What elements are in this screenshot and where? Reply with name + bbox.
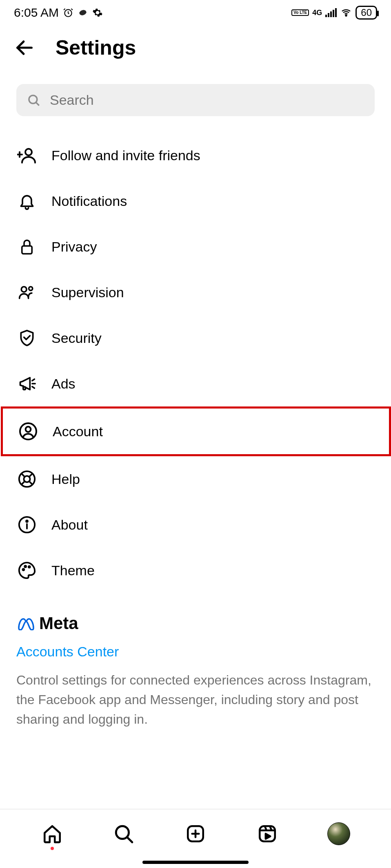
page-title: Settings [56, 36, 136, 60]
lifebuoy-icon [16, 468, 38, 490]
meta-brand: Meta [16, 614, 375, 633]
accounts-center-link[interactable]: Accounts Center [16, 644, 375, 660]
svg-point-30 [22, 569, 24, 570]
svg-point-6 [346, 15, 347, 16]
svg-rect-13 [22, 246, 32, 254]
svg-point-10 [25, 149, 32, 155]
meta-brand-text: Meta [39, 614, 78, 633]
svg-line-34 [127, 837, 132, 842]
menu-item-security[interactable]: Security [0, 315, 391, 361]
svg-point-20 [26, 427, 31, 432]
menu-item-theme[interactable]: Theme [0, 548, 391, 593]
people-icon [16, 282, 38, 303]
menu-item-label: Follow and invite friends [51, 148, 200, 163]
svg-marker-42 [265, 834, 270, 839]
meta-section: Meta Accounts Center Control settings fo… [0, 597, 391, 753]
menu-item-notifications[interactable]: Notifications [0, 178, 391, 224]
menu-item-label: Privacy [51, 239, 97, 255]
menu-item-privacy[interactable]: Privacy [0, 224, 391, 269]
svg-point-29 [26, 520, 28, 522]
svg-line-9 [36, 102, 39, 105]
menu-item-follow-invite[interactable]: Follow and invite friends [0, 133, 391, 178]
search-field[interactable] [16, 84, 375, 116]
lock-icon [16, 236, 38, 257]
person-add-icon [16, 145, 38, 166]
search-input[interactable] [50, 92, 364, 108]
header: Settings [0, 24, 391, 76]
meta-logo-icon [16, 616, 36, 630]
menu-item-supervision[interactable]: Supervision [0, 269, 391, 315]
nav-create[interactable] [183, 822, 208, 846]
svg-line-18 [32, 387, 35, 388]
svg-point-8 [29, 95, 37, 103]
status-time: 6:05 AM [14, 6, 59, 20]
svg-point-31 [24, 566, 26, 568]
status-right: Vo LTE 4G 60 [291, 6, 377, 20]
svg-point-32 [29, 566, 30, 568]
leaf-icon [78, 7, 88, 18]
menu-item-label: Notifications [51, 193, 127, 209]
svg-rect-2 [328, 13, 329, 17]
svg-line-23 [21, 473, 24, 477]
megaphone-icon [16, 373, 38, 394]
gear-icon [92, 7, 103, 18]
svg-line-26 [21, 481, 24, 484]
menu-item-label: Account [53, 424, 103, 440]
back-button[interactable] [14, 37, 35, 58]
svg-rect-3 [330, 11, 332, 17]
palette-icon [16, 560, 38, 581]
menu-item-label: About [51, 517, 88, 533]
menu-item-about[interactable]: About [0, 502, 391, 548]
avatar [327, 822, 350, 845]
menu-item-help[interactable]: Help [0, 456, 391, 502]
search-icon [27, 93, 41, 107]
nav-profile[interactable] [327, 822, 351, 846]
person-circle-icon [18, 421, 39, 442]
settings-menu: Follow and invite friends Notifications … [0, 128, 391, 597]
menu-item-label: Theme [51, 563, 95, 579]
notification-dot-icon [51, 847, 54, 850]
network-4g-icon: 4G [312, 9, 322, 17]
svg-line-25 [29, 473, 32, 477]
svg-point-15 [29, 287, 33, 290]
battery-icon: 60 [355, 6, 377, 20]
alarm-icon [63, 7, 73, 18]
svg-point-14 [21, 287, 27, 292]
svg-rect-1 [325, 15, 327, 17]
svg-line-16 [32, 379, 35, 381]
shield-check-icon [16, 327, 38, 349]
nav-home[interactable] [40, 822, 64, 846]
menu-item-label: Help [51, 471, 80, 487]
status-left: 6:05 AM [14, 6, 103, 20]
menu-item-label: Security [51, 330, 102, 346]
svg-rect-5 [335, 8, 337, 17]
home-indicator [142, 861, 249, 864]
info-icon [16, 514, 38, 535]
highlight-account: Account [1, 406, 391, 456]
menu-item-account[interactable]: Account [3, 409, 389, 454]
bell-icon [16, 190, 38, 212]
menu-item-label: Ads [51, 376, 76, 392]
nav-search[interactable] [111, 822, 136, 846]
volte-icon: Vo LTE [291, 9, 309, 16]
menu-item-label: Supervision [51, 285, 124, 300]
svg-rect-4 [333, 10, 334, 17]
wifi-icon [340, 8, 352, 18]
nav-reels[interactable] [255, 822, 280, 846]
bottom-nav [0, 809, 391, 854]
svg-line-24 [29, 481, 32, 484]
menu-item-ads[interactable]: Ads [0, 361, 391, 406]
signal-icon [325, 8, 337, 17]
status-bar: 6:05 AM Vo LTE 4G 60 [0, 0, 391, 24]
meta-description: Control settings for connected experienc… [16, 670, 375, 729]
